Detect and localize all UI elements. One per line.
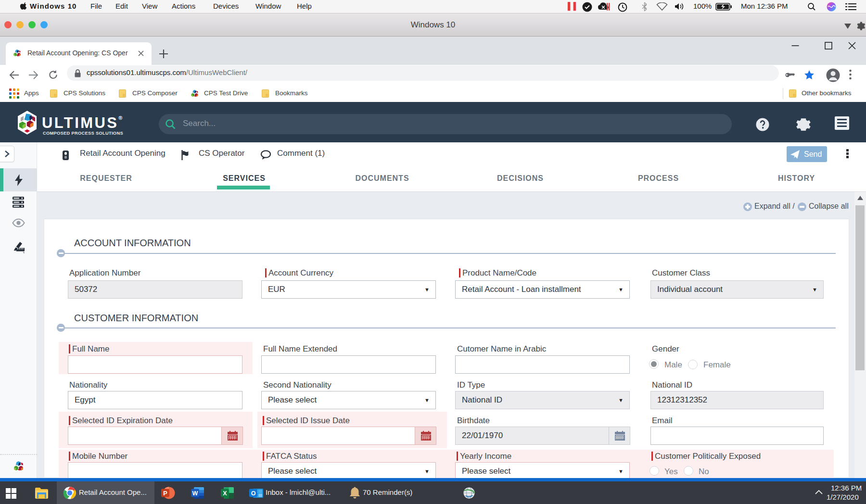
svg-text:W: W <box>192 490 198 497</box>
svg-text:O: O <box>251 490 256 497</box>
svg-text:X: X <box>223 490 227 497</box>
svg-text:P: P <box>163 490 167 497</box>
